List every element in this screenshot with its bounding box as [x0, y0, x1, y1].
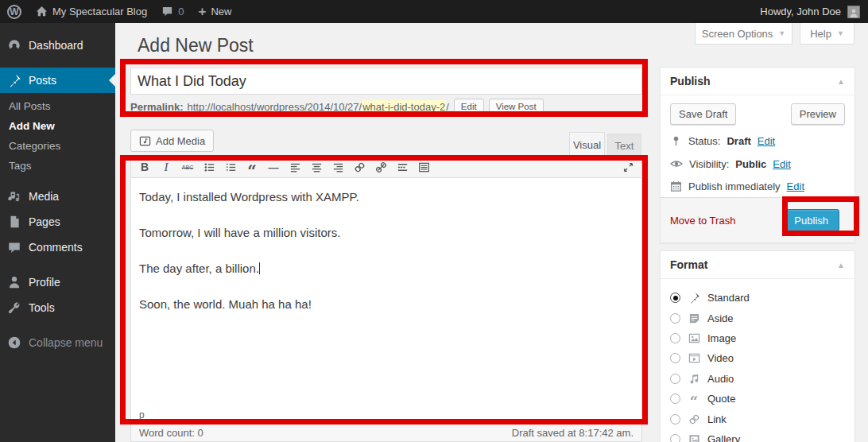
radio-aside[interactable]	[670, 313, 680, 324]
visibility-eye-icon	[670, 157, 683, 170]
sidebar-item-profile[interactable]: Profile	[0, 269, 115, 295]
more-tag-icon	[397, 161, 409, 173]
sidebar-item-add-new[interactable]: Add New	[0, 116, 115, 136]
format-aside-icon	[688, 312, 700, 324]
calendar-icon	[670, 180, 682, 192]
dashboard-icon	[7, 38, 21, 52]
sidebar-label-profile: Profile	[29, 276, 60, 289]
edit-schedule-link[interactable]: Edit	[787, 180, 804, 192]
format-label[interactable]: Quote	[707, 393, 735, 405]
radio-image[interactable]	[670, 333, 680, 343]
format-option-gallery: Gallery	[670, 429, 845, 442]
wordpress-logo-menu[interactable]: W	[0, 0, 29, 23]
align-left-button[interactable]	[285, 157, 305, 176]
collapse-toggle-icon[interactable]: ▲	[837, 77, 845, 86]
admin-sidebar: Dashboard Posts All Posts Add New Catego…	[0, 23, 115, 442]
add-media-icon	[139, 135, 151, 147]
chevron-down-icon: ▼	[837, 29, 844, 37]
view-post-button[interactable]: View Post	[489, 99, 544, 114]
format-label[interactable]: Gallery	[707, 433, 740, 442]
format-audio-icon	[688, 372, 700, 385]
preview-button[interactable]: Preview	[791, 103, 845, 125]
sidebar-item-dashboard[interactable]: Dashboard	[0, 33, 115, 58]
screen-options-label: Screen Options	[702, 28, 773, 40]
italic-button[interactable]: I	[156, 157, 176, 176]
sidebar-item-all-posts[interactable]: All Posts	[0, 96, 115, 116]
remove-link-button[interactable]	[370, 157, 391, 176]
strikethrough-button[interactable]: ABC	[177, 157, 198, 176]
edit-visibility-link[interactable]: Edit	[773, 158, 790, 170]
radio-gallery[interactable]	[670, 434, 680, 442]
more-tag-button[interactable]	[392, 157, 413, 176]
wordpress-logo-icon: W	[7, 5, 21, 19]
add-media-button[interactable]: Add Media	[130, 130, 214, 152]
element-path-label[interactable]: p	[139, 409, 145, 421]
bold-button[interactable]: B	[134, 157, 155, 176]
format-label[interactable]: Aside	[707, 312, 734, 324]
align-center-icon	[311, 161, 323, 173]
avatar	[847, 6, 860, 18]
format-label[interactable]: Standard	[707, 292, 750, 304]
publish-major-actions: Move to Trash Publish	[661, 197, 854, 242]
collapse-toggle-icon[interactable]: ▲	[837, 261, 845, 269]
profile-icon	[7, 275, 21, 289]
strikethrough-icon: ABC	[182, 165, 193, 170]
format-label[interactable]: Audio	[707, 373, 734, 385]
format-quote-icon: “	[688, 396, 700, 409]
format-label[interactable]: Link	[707, 413, 727, 425]
insert-link-button[interactable]	[349, 157, 370, 176]
format-box: Format ▲ Standard Aside Image V	[660, 250, 855, 442]
publish-button[interactable]: Publish	[783, 209, 839, 231]
format-label[interactable]: Video	[707, 352, 734, 364]
editor-paragraph: Today, I installed Wordpress with XAMPP.	[139, 189, 634, 205]
site-name-menu[interactable]: My Spectacular Blog	[29, 0, 154, 23]
sidebar-item-tools[interactable]: Tools	[0, 295, 115, 320]
tab-visual[interactable]: Visual	[569, 132, 605, 157]
sidebar-item-media[interactable]: Media	[0, 184, 115, 209]
screen-options-tab[interactable]: Screen Options ▼	[695, 23, 792, 45]
align-right-button[interactable]	[327, 157, 348, 176]
comments-menu[interactable]: 0	[154, 0, 191, 23]
tab-text[interactable]: Text	[607, 134, 641, 157]
sidebar-item-posts[interactable]: Posts	[0, 68, 115, 93]
radio-video[interactable]	[670, 353, 680, 363]
sidebar-item-pages[interactable]: Pages	[0, 209, 115, 235]
horizontal-rule-button[interactable]: —	[263, 157, 284, 176]
collapse-icon	[7, 335, 21, 350]
home-icon	[36, 6, 48, 17]
radio-quote[interactable]	[670, 394, 680, 404]
radio-link[interactable]	[670, 414, 680, 425]
format-label[interactable]: Image	[707, 332, 736, 344]
publish-box-header[interactable]: Publish ▲	[661, 68, 854, 95]
save-draft-button[interactable]: Save Draft	[670, 103, 736, 125]
new-content-menu[interactable]: + New	[191, 0, 238, 23]
edit-permalink-button[interactable]: Edit	[454, 99, 484, 114]
distraction-free-button[interactable]	[618, 157, 638, 176]
howdy-label: Howdy, John Doe	[760, 6, 841, 17]
account-menu[interactable]: Howdy, John Doe	[760, 6, 868, 18]
sidebar-item-comments[interactable]: Comments	[0, 235, 115, 260]
radio-standard[interactable]	[670, 293, 680, 303]
align-center-button[interactable]	[306, 157, 327, 176]
numbered-list-button[interactable]	[220, 157, 241, 176]
text-cursor	[259, 262, 260, 274]
sidebar-item-tags[interactable]: Tags	[0, 156, 115, 176]
permalink-trailing-slash: /	[446, 101, 449, 113]
help-tab[interactable]: Help ▼	[800, 23, 854, 45]
blockquote-button[interactable]: “	[242, 157, 262, 176]
edit-status-link[interactable]: Edit	[758, 135, 775, 147]
publish-box-title: Publish	[670, 75, 711, 87]
permalink-slug[interactable]: what-i-did-today-2	[362, 100, 446, 114]
move-to-trash-link[interactable]: Move to Trash	[670, 215, 735, 227]
radio-audio[interactable]	[670, 374, 680, 384]
sidebar-item-categories[interactable]: Categories	[0, 136, 115, 156]
bulleted-list-button[interactable]	[199, 157, 219, 176]
editor-content[interactable]: Today, I installed Wordpress with XAMPP.…	[131, 178, 641, 407]
toolbar-toggle-button[interactable]	[413, 157, 434, 176]
format-box-header[interactable]: Format ▲	[661, 251, 854, 279]
post-title-input[interactable]	[130, 68, 642, 95]
sidebar-separator	[0, 260, 115, 269]
horizontal-rule-icon: —	[269, 161, 279, 173]
sidebar-item-collapse-menu[interactable]: Collapse menu	[0, 330, 115, 355]
format-option-video: Video	[670, 348, 845, 368]
